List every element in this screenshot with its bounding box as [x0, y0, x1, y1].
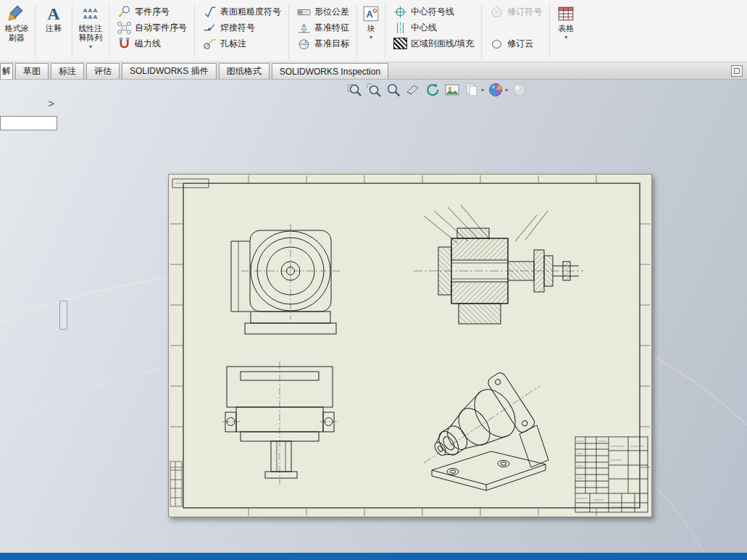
tab-solidworks-inspection[interactable]: SOLIDWORKS Inspection [272, 63, 388, 79]
linear-note-pattern-dropdown[interactable]: ▾ [89, 43, 92, 50]
drawing-view-isometric[interactable] [420, 371, 548, 490]
format-painter-label-2: 刷器 [9, 33, 25, 43]
linear-note-pattern-label-2: 释阵列 [79, 33, 103, 43]
geometric-tolerance-icon [296, 4, 311, 19]
hole-callout-button[interactable]: 孔标注 [199, 35, 284, 51]
revision-symbol-icon [489, 4, 504, 19]
hole-callout-icon [202, 36, 217, 51]
panel-flyout-handle[interactable] [59, 301, 67, 330]
copy-appearance-dropdown[interactable]: ▾ [481, 87, 484, 93]
tab-evaluate[interactable]: 评估 [86, 63, 120, 79]
edit-appearance-icon[interactable] [444, 82, 460, 98]
ribbon-separator [385, 4, 385, 59]
title-block [575, 437, 648, 512]
surface-finish-label: 表面粗糙度符号 [220, 6, 281, 18]
commandmanager-tab-row: 解 草图 标注 评估 SOLIDWORKS 插件 图纸格式 SOLIDWORKS… [0, 62, 747, 80]
note-label: 注释 [46, 24, 62, 33]
revision-cloud-icon [489, 36, 504, 51]
zoom-in-out-icon[interactable] [385, 82, 401, 98]
section-view-icon[interactable] [405, 82, 421, 98]
linear-note-pattern-icon: AAAAAA [83, 4, 98, 24]
weld-symbol-button[interactable]: 焊接符号 [199, 20, 284, 35]
centerline-label: 中心线 [411, 22, 437, 34]
table-button[interactable]: 表格 ▾ [551, 1, 580, 62]
annotation-ribbon: 格式涂 刷器 A 注释 AAAAAA 线性注 释阵列 ▾ 零件序号 [0, 0, 747, 62]
drawing-view-bottom[interactable] [222, 362, 337, 485]
note-button[interactable]: A 注释 [37, 1, 70, 62]
block-label: 块 [367, 24, 375, 33]
auto-balloon-button[interactable]: 自动零件序号 [114, 20, 190, 35]
auto-balloon-label: 自动零件序号 [135, 22, 187, 34]
centerline-button[interactable]: 中心线 [390, 20, 477, 35]
geometric-tolerance-label: 形位公差 [314, 6, 349, 18]
table-icon [556, 4, 575, 24]
view-orientation-icon[interactable] [488, 82, 504, 98]
block-dropdown[interactable]: ▾ [370, 34, 372, 41]
datum-feature-button[interactable]: A 基准特征 [293, 20, 352, 35]
svg-text:A: A [367, 9, 374, 20]
tab-solidworks-addins[interactable]: SOLIDWORKS 插件 [122, 63, 217, 79]
view-orientation-dropdown[interactable]: ▾ [505, 87, 508, 93]
drawing-view-front[interactable] [231, 224, 340, 334]
revision-symbol-label: 修订符号 [507, 6, 542, 18]
ribbon-separator [356, 4, 357, 59]
tab-annotate[interactable]: 标注 [51, 63, 84, 79]
surface-finish-icon [202, 4, 217, 19]
weld-symbol-label: 焊接符号 [220, 22, 255, 34]
magnetic-line-button[interactable]: 磁力线 [114, 35, 190, 51]
balloon-icon [117, 4, 131, 19]
datum-feature-icon: A [296, 20, 311, 35]
left-panel-input[interactable] [0, 116, 57, 130]
revision-cloud-button[interactable]: 修订云 [486, 35, 545, 51]
area-hatch-label: 区域剖面线/填充 [411, 38, 474, 50]
table-dropdown[interactable]: ▾ [564, 34, 567, 41]
render-sphere-icon [512, 82, 527, 98]
linear-note-pattern-button[interactable]: AAAAAA 线性注 释阵列 ▾ [74, 1, 107, 62]
block-icon: A [362, 4, 380, 24]
format-painter-icon [7, 4, 26, 24]
magnetic-line-label: 磁力线 [135, 38, 161, 50]
area-hatch-icon [393, 36, 407, 51]
balloon-button[interactable]: 零件序号 [114, 4, 190, 20]
ribbon-spacer [486, 20, 545, 35]
area-hatch-button[interactable]: 区域剖面线/填充 [390, 35, 477, 51]
format-painter-label-1: 格式涂 [5, 24, 29, 33]
ribbon-separator [194, 4, 195, 59]
zoom-fit-icon[interactable] [346, 82, 362, 98]
centerline-icon [393, 20, 407, 35]
surface-finish-button[interactable]: 表面粗糙度符号 [199, 4, 284, 20]
svg-text:A: A [304, 40, 307, 44]
datum-target-button[interactable]: A 基准目标 [293, 35, 352, 51]
revision-cloud-label: 修订云 [507, 38, 533, 50]
magnetic-line-icon [117, 36, 131, 51]
drawing-sheet-svg [169, 175, 651, 517]
center-mark-button[interactable]: 中心符号线 [390, 4, 477, 20]
panel-expand-chevron[interactable]: > [45, 97, 58, 109]
drawing-sheet[interactable] [168, 174, 652, 517]
table-label: 表格 [558, 24, 574, 33]
ribbon-separator [35, 4, 36, 59]
geometric-tolerance-button[interactable]: 形位公差 [293, 4, 352, 20]
rotate-view-icon[interactable] [425, 82, 441, 98]
tab-annotation-partial[interactable]: 解 [0, 63, 13, 79]
ribbon-separator [481, 4, 482, 59]
ribbon-separator [549, 4, 550, 59]
tab-sketch[interactable]: 草图 [15, 63, 49, 79]
note-icon: A [47, 4, 59, 24]
graphics-area[interactable]: > [0, 80, 747, 553]
svg-text:A: A [301, 22, 306, 28]
balloon-label: 零件序号 [135, 6, 170, 18]
format-painter-button[interactable]: 格式涂 刷器 [0, 1, 33, 62]
block-button[interactable]: A 块 ▾ [359, 1, 383, 62]
hole-callout-label: 孔标注 [220, 38, 246, 50]
linear-note-pattern-label-1: 线性注 [79, 24, 103, 33]
pane-toggle-icon[interactable] [731, 65, 743, 77]
drawing-view-section[interactable] [414, 205, 583, 324]
zoom-to-area-icon[interactable] [366, 82, 382, 98]
center-mark-label: 中心符号线 [411, 6, 454, 18]
ribbon-separator [288, 4, 289, 59]
tab-sheet-format[interactable]: 图纸格式 [219, 63, 270, 79]
taskbar-strip [0, 553, 747, 560]
datum-feature-label: 基准特征 [314, 22, 349, 34]
ribbon-separator [109, 4, 109, 59]
